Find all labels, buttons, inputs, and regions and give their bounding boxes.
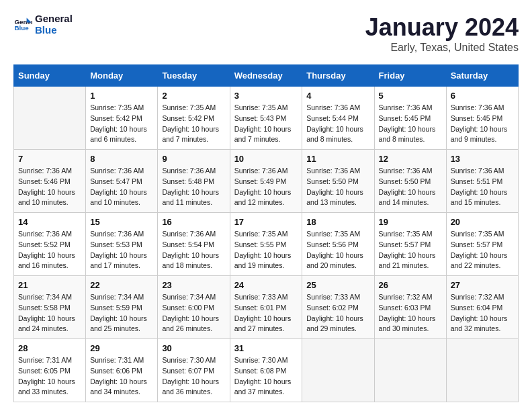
cell-w2-d5: 19Sunrise: 7:35 AM Sunset: 5:57 PM Dayli… — [374, 213, 446, 276]
cell-w4-d5 — [374, 339, 446, 402]
cell-w0-d3: 3Sunrise: 7:35 AM Sunset: 5:43 PM Daylig… — [230, 87, 302, 150]
day-number: 19 — [379, 217, 442, 227]
page-header: General Blue General Blue January 2024 E… — [13, 13, 519, 54]
day-info: Sunrise: 7:34 AM Sunset: 6:00 PM Dayligh… — [162, 292, 225, 334]
cell-w1-d5: 12Sunrise: 7:36 AM Sunset: 5:50 PM Dayli… — [374, 150, 446, 213]
day-info: Sunrise: 7:34 AM Sunset: 5:58 PM Dayligh… — [18, 292, 81, 334]
day-number: 11 — [306, 154, 369, 164]
cell-w1-d3: 10Sunrise: 7:36 AM Sunset: 5:49 PM Dayli… — [230, 150, 302, 213]
calendar-subtitle: Early, Texas, United States — [365, 42, 519, 54]
cell-w0-d0 — [14, 87, 86, 150]
day-number: 24 — [234, 280, 298, 290]
calendar-title: January 2024 — [365, 13, 519, 42]
day-info: Sunrise: 7:35 AM Sunset: 5:55 PM Dayligh… — [234, 229, 298, 271]
cell-w2-d6: 20Sunrise: 7:35 AM Sunset: 5:57 PM Dayli… — [446, 213, 518, 276]
cell-w2-d1: 15Sunrise: 7:36 AM Sunset: 5:53 PM Dayli… — [86, 213, 158, 276]
day-number: 14 — [18, 217, 81, 227]
cell-w3-d4: 25Sunrise: 7:33 AM Sunset: 6:02 PM Dayli… — [302, 276, 374, 339]
day-info: Sunrise: 7:36 AM Sunset: 5:44 PM Dayligh… — [306, 103, 369, 145]
day-info: Sunrise: 7:30 AM Sunset: 6:07 PM Dayligh… — [162, 355, 225, 398]
cell-w3-d1: 22Sunrise: 7:34 AM Sunset: 5:59 PM Dayli… — [86, 276, 158, 339]
week-row-3: 14Sunrise: 7:36 AM Sunset: 5:52 PM Dayli… — [14, 213, 519, 276]
day-number: 27 — [451, 280, 514, 290]
title-area: January 2024 Early, Texas, United States — [365, 13, 519, 54]
day-number: 25 — [306, 280, 369, 290]
day-info: Sunrise: 7:36 AM Sunset: 5:45 PM Dayligh… — [451, 103, 514, 145]
day-number: 20 — [451, 217, 514, 227]
day-number: 30 — [162, 343, 225, 353]
day-info: Sunrise: 7:32 AM Sunset: 6:03 PM Dayligh… — [379, 292, 442, 334]
cell-w1-d1: 8Sunrise: 7:36 AM Sunset: 5:47 PM Daylig… — [86, 150, 158, 213]
week-row-4: 21Sunrise: 7:34 AM Sunset: 5:58 PM Dayli… — [14, 276, 519, 339]
cell-w3-d5: 26Sunrise: 7:32 AM Sunset: 6:03 PM Dayli… — [374, 276, 446, 339]
calendar-table: SundayMondayTuesdayWednesdayThursdayFrid… — [13, 64, 519, 402]
day-number: 22 — [90, 280, 153, 290]
cell-w2-d3: 17Sunrise: 7:35 AM Sunset: 5:55 PM Dayli… — [230, 213, 302, 276]
cell-w2-d4: 18Sunrise: 7:35 AM Sunset: 5:56 PM Dayli… — [302, 213, 374, 276]
cell-w2-d0: 14Sunrise: 7:36 AM Sunset: 5:52 PM Dayli… — [14, 213, 86, 276]
header-monday: Monday — [86, 65, 158, 87]
day-number: 4 — [306, 91, 369, 101]
day-info: Sunrise: 7:36 AM Sunset: 5:45 PM Dayligh… — [379, 103, 442, 145]
day-info: Sunrise: 7:36 AM Sunset: 5:47 PM Dayligh… — [90, 166, 153, 208]
day-info: Sunrise: 7:36 AM Sunset: 5:48 PM Dayligh… — [162, 166, 225, 208]
cell-w0-d1: 1Sunrise: 7:35 AM Sunset: 5:42 PM Daylig… — [86, 87, 158, 150]
day-number: 17 — [234, 217, 298, 227]
day-info: Sunrise: 7:33 AM Sunset: 6:02 PM Dayligh… — [306, 292, 369, 334]
day-info: Sunrise: 7:36 AM Sunset: 5:54 PM Dayligh… — [162, 229, 225, 271]
day-number: 5 — [379, 91, 442, 101]
logo: General Blue General Blue — [13, 13, 73, 36]
day-number: 8 — [90, 154, 153, 164]
cell-w1-d0: 7Sunrise: 7:36 AM Sunset: 5:46 PM Daylig… — [14, 150, 86, 213]
day-number: 21 — [18, 280, 81, 290]
week-row-1: 1Sunrise: 7:35 AM Sunset: 5:42 PM Daylig… — [14, 87, 519, 150]
day-info: Sunrise: 7:31 AM Sunset: 6:06 PM Dayligh… — [90, 355, 153, 398]
day-info: Sunrise: 7:35 AM Sunset: 5:43 PM Dayligh… — [234, 103, 298, 145]
day-number: 29 — [90, 343, 153, 353]
header-friday: Friday — [374, 65, 446, 87]
cell-w0-d2: 2Sunrise: 7:35 AM Sunset: 5:42 PM Daylig… — [158, 87, 230, 150]
day-info: Sunrise: 7:35 AM Sunset: 5:42 PM Dayligh… — [162, 103, 225, 145]
cell-w3-d3: 24Sunrise: 7:33 AM Sunset: 6:01 PM Dayli… — [230, 276, 302, 339]
cell-w1-d4: 11Sunrise: 7:36 AM Sunset: 5:50 PM Dayli… — [302, 150, 374, 213]
day-number: 31 — [234, 343, 298, 353]
cell-w4-d2: 30Sunrise: 7:30 AM Sunset: 6:07 PM Dayli… — [158, 339, 230, 402]
day-number: 12 — [379, 154, 442, 164]
day-number: 7 — [18, 154, 81, 164]
svg-text:Blue: Blue — [14, 24, 29, 32]
day-info: Sunrise: 7:34 AM Sunset: 5:59 PM Dayligh… — [90, 292, 153, 334]
day-number: 2 — [162, 91, 225, 101]
cell-w2-d2: 16Sunrise: 7:36 AM Sunset: 5:54 PM Dayli… — [158, 213, 230, 276]
logo-general: General — [35, 13, 73, 25]
day-number: 28 — [18, 343, 81, 353]
cell-w4-d4 — [302, 339, 374, 402]
header-sunday: Sunday — [14, 65, 86, 87]
cell-w3-d2: 23Sunrise: 7:34 AM Sunset: 6:00 PM Dayli… — [158, 276, 230, 339]
header-saturday: Saturday — [446, 65, 518, 87]
day-info: Sunrise: 7:36 AM Sunset: 5:50 PM Dayligh… — [379, 166, 442, 208]
cell-w1-d6: 13Sunrise: 7:36 AM Sunset: 5:51 PM Dayli… — [446, 150, 518, 213]
day-number: 15 — [90, 217, 153, 227]
day-info: Sunrise: 7:33 AM Sunset: 6:01 PM Dayligh… — [234, 292, 298, 334]
day-number: 9 — [162, 154, 225, 164]
cell-w0-d6: 6Sunrise: 7:36 AM Sunset: 5:45 PM Daylig… — [446, 87, 518, 150]
day-info: Sunrise: 7:35 AM Sunset: 5:42 PM Dayligh… — [90, 103, 153, 145]
day-number: 1 — [90, 91, 153, 101]
day-info: Sunrise: 7:35 AM Sunset: 5:56 PM Dayligh… — [306, 229, 369, 271]
header-row: SundayMondayTuesdayWednesdayThursdayFrid… — [14, 65, 519, 87]
cell-w0-d4: 4Sunrise: 7:36 AM Sunset: 5:44 PM Daylig… — [302, 87, 374, 150]
day-info: Sunrise: 7:31 AM Sunset: 6:05 PM Dayligh… — [18, 355, 81, 398]
cell-w3-d0: 21Sunrise: 7:34 AM Sunset: 5:58 PM Dayli… — [14, 276, 86, 339]
day-info: Sunrise: 7:35 AM Sunset: 5:57 PM Dayligh… — [379, 229, 442, 271]
logo-blue: Blue — [35, 25, 73, 36]
day-number: 3 — [234, 91, 298, 101]
day-number: 26 — [379, 280, 442, 290]
day-info: Sunrise: 7:36 AM Sunset: 5:53 PM Dayligh… — [90, 229, 153, 271]
day-number: 23 — [162, 280, 225, 290]
day-info: Sunrise: 7:36 AM Sunset: 5:52 PM Dayligh… — [18, 229, 81, 271]
week-row-2: 7Sunrise: 7:36 AM Sunset: 5:46 PM Daylig… — [14, 150, 519, 213]
day-number: 18 — [306, 217, 369, 227]
cell-w0-d5: 5Sunrise: 7:36 AM Sunset: 5:45 PM Daylig… — [374, 87, 446, 150]
header-wednesday: Wednesday — [230, 65, 302, 87]
day-info: Sunrise: 7:32 AM Sunset: 6:04 PM Dayligh… — [451, 292, 514, 334]
